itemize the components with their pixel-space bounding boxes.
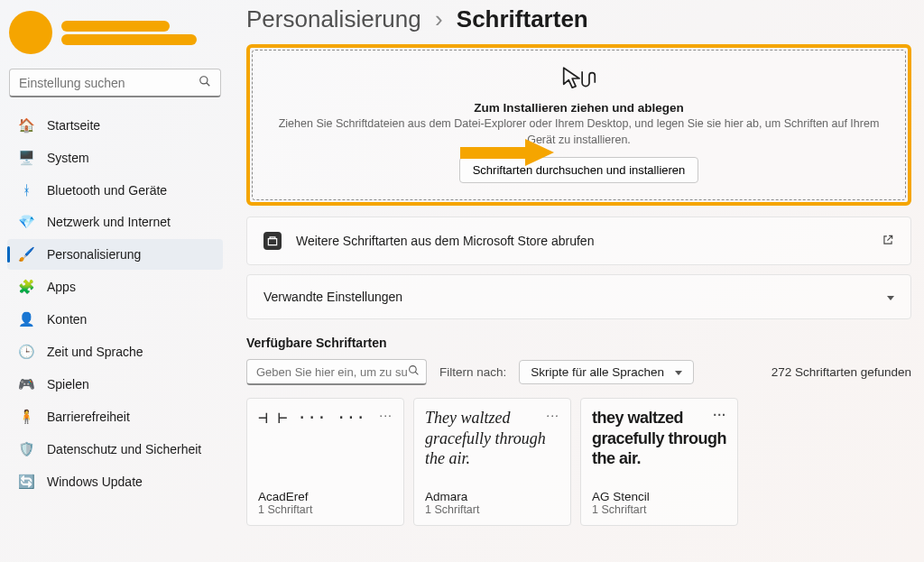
- font-name: AG Stencil: [592, 490, 726, 503]
- related-settings-label: Verwandte Einstellungen: [263, 290, 402, 304]
- nav-label: Zeit und Sprache: [47, 345, 143, 359]
- settings-search-input[interactable]: [19, 76, 199, 90]
- more-icon[interactable]: ···: [379, 408, 393, 424]
- page-title: Schriftarten: [457, 5, 588, 32]
- filter-label: Filtern nach:: [439, 365, 506, 379]
- dropzone-desc: Ziehen Sie Schriftdateien aus dem Datei-…: [271, 116, 887, 148]
- nav-label: Spielen: [47, 377, 89, 392]
- font-preview: They waltzed gracefully through the air.…: [425, 408, 559, 484]
- font-dropzone[interactable]: Zum Installieren ziehen und ablegen Zieh…: [252, 50, 906, 200]
- nav-label: Windows Update: [47, 474, 143, 489]
- filter-value: Skripte für alle Sprachen: [531, 365, 664, 379]
- main-content: Personalisierung › Schriftarten Zum Inst…: [230, 0, 924, 562]
- drag-drop-icon: [559, 63, 599, 97]
- nav-icon: 🛡️: [18, 441, 34, 457]
- font-card[interactable]: They waltzed gracefully through the air.…: [413, 398, 571, 526]
- breadcrumb-parent[interactable]: Personalisierung: [246, 5, 421, 32]
- nav-label: Bluetooth und Geräte: [47, 183, 167, 198]
- svg-point-0: [200, 77, 208, 84]
- font-card[interactable]: ⊣ ⊢ ··· ······AcadEref1 Schriftart: [246, 398, 404, 526]
- sidebar-item-personalisierung[interactable]: 🖌️Personalisierung: [7, 239, 223, 270]
- related-settings-row[interactable]: Verwandte Einstellungen: [246, 274, 911, 319]
- svg-marker-3: [525, 139, 554, 166]
- nav-label: System: [47, 151, 89, 165]
- dropzone-title: Zum Installieren ziehen und ablegen: [271, 101, 887, 115]
- nav-icon: 🕒: [18, 344, 34, 360]
- nav-icon: 🎮: [18, 376, 34, 392]
- nav-icon: 🔄: [18, 474, 34, 490]
- store-fonts-row[interactable]: Weitere Schriftarten aus dem Microsoft S…: [246, 217, 911, 265]
- sidebar-item-datenschutz-und-sicherheit[interactable]: 🛡️Datenschutz und Sicherheit: [7, 434, 223, 465]
- sidebar: 🏠Startseite🖥️SystemᚼBluetooth und Geräte…: [0, 0, 230, 562]
- svg-rect-2: [460, 147, 525, 159]
- font-preview: ⊣ ⊢ ··· ······: [258, 408, 393, 484]
- font-search[interactable]: [246, 359, 427, 385]
- search-icon: [199, 75, 211, 90]
- filter-dropdown[interactable]: Skripte für alle Sprachen: [519, 360, 694, 384]
- font-name: AcadEref: [258, 490, 393, 503]
- breadcrumb: Personalisierung › Schriftarten: [246, 5, 911, 33]
- font-search-input[interactable]: [256, 365, 408, 379]
- sidebar-item-bluetooth-und-ger-te[interactable]: ᚼBluetooth und Geräte: [7, 175, 223, 205]
- nav-menu: 🏠Startseite🖥️SystemᚼBluetooth und Geräte…: [5, 110, 225, 497]
- sidebar-item-startseite[interactable]: 🏠Startseite: [7, 110, 223, 141]
- nav-icon: 🖥️: [18, 150, 34, 166]
- nav-label: Konten: [47, 312, 87, 327]
- nav-label: Netzwerk und Internet: [47, 215, 171, 229]
- nav-icon: 🏠: [18, 117, 34, 134]
- nav-label: Apps: [47, 280, 76, 294]
- settings-search[interactable]: [9, 69, 221, 97]
- sidebar-item-netzwerk-und-internet[interactable]: 💎Netzwerk und Internet: [7, 207, 223, 237]
- font-preview: they waltzed gracefully through the air.…: [592, 408, 726, 484]
- sidebar-item-system[interactable]: 🖥️System: [7, 143, 223, 173]
- font-meta: 1 Schriftart: [425, 503, 559, 516]
- store-fonts-label: Weitere Schriftarten aus dem Microsoft S…: [296, 234, 594, 248]
- nav-icon: ᚼ: [18, 182, 34, 198]
- svg-line-1: [207, 83, 210, 87]
- chevron-right-icon: ›: [435, 5, 443, 32]
- search-icon: [408, 364, 420, 379]
- sidebar-item-konten[interactable]: 👤Konten: [7, 304, 223, 335]
- user-profile-redacted: [9, 11, 225, 54]
- font-filter-row: Filtern nach: Skripte für alle Sprachen …: [246, 359, 911, 385]
- nav-icon: 🧩: [18, 279, 34, 295]
- font-count: 272 Schriftarten gefunden: [772, 365, 911, 379]
- font-card[interactable]: they waltzed gracefully through the air.…: [580, 398, 738, 526]
- annotation-arrow-icon: [460, 137, 559, 171]
- font-meta: 1 Schriftart: [258, 503, 393, 516]
- store-icon: [263, 232, 282, 250]
- sidebar-item-apps[interactable]: 🧩Apps: [7, 272, 223, 302]
- chevron-down-icon: [671, 365, 682, 379]
- font-meta: 1 Schriftart: [592, 503, 726, 516]
- svg-line-5: [415, 372, 418, 374]
- nav-label: Barrierefreiheit: [47, 410, 130, 424]
- available-fonts-heading: Verfügbare Schriftarten: [246, 336, 911, 350]
- nav-icon: 👤: [18, 311, 34, 327]
- sidebar-item-zeit-und-sprache[interactable]: 🕒Zeit und Sprache: [7, 336, 223, 367]
- nav-label: Datenschutz und Sicherheit: [47, 442, 201, 456]
- external-link-icon: [882, 234, 894, 249]
- more-icon[interactable]: ···: [546, 408, 559, 424]
- sidebar-item-spielen[interactable]: 🎮Spielen: [7, 369, 223, 400]
- nav-icon: 🧍: [18, 409, 34, 425]
- font-grid: ⊣ ⊢ ··· ······AcadEref1 SchriftartThey w…: [246, 398, 911, 526]
- nav-icon: 💎: [18, 214, 34, 230]
- chevron-down-icon: [883, 290, 894, 304]
- nav-label: Personalisierung: [47, 247, 141, 262]
- nav-label: Startseite: [47, 118, 100, 133]
- nav-icon: 🖌️: [18, 246, 34, 263]
- svg-point-4: [410, 366, 417, 373]
- font-name: Admara: [425, 490, 559, 503]
- more-icon[interactable]: ···: [713, 408, 726, 424]
- annotation-highlight: Zum Installieren ziehen und ablegen Zieh…: [246, 44, 911, 206]
- sidebar-item-windows-update[interactable]: 🔄Windows Update: [7, 466, 223, 497]
- sidebar-item-barrierefreiheit[interactable]: 🧍Barrierefreiheit: [7, 401, 223, 432]
